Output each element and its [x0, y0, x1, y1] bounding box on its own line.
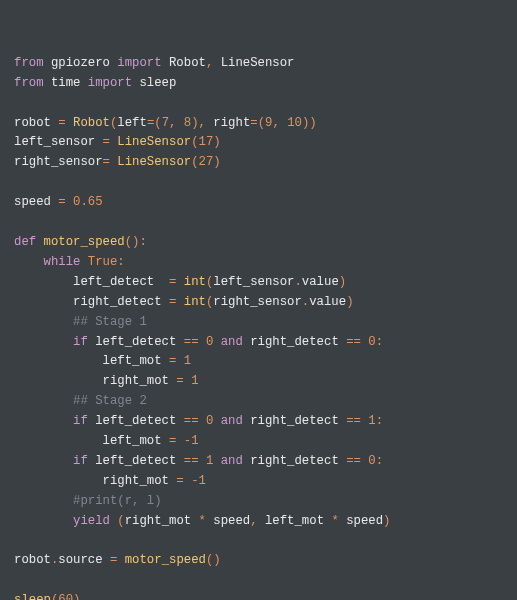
- code-line: if left_detect == 1 and right_detect == …: [14, 452, 517, 472]
- code-token: #print(r, l): [73, 494, 162, 508]
- code-token: right_detect: [243, 454, 346, 468]
- code-token: [14, 514, 73, 528]
- code-token: [213, 414, 220, 428]
- code-token: right_mot: [14, 474, 176, 488]
- code-line: sleep(60): [14, 591, 517, 600]
- code-token: [117, 553, 124, 567]
- code-line: from gpiozero import Robot, LineSensor: [14, 54, 517, 74]
- code-line: [14, 571, 517, 591]
- code-token: [14, 414, 73, 428]
- code-token: [14, 315, 73, 329]
- code-token: [66, 195, 73, 209]
- code-token: right_sensor: [213, 295, 302, 309]
- code-line: speed = 0.65: [14, 193, 517, 213]
- code-line: if left_detect == 0 and right_detect == …: [14, 333, 517, 353]
- code-token: source: [58, 553, 110, 567]
- code-token: [14, 454, 73, 468]
- code-token: int: [184, 295, 206, 309]
- code-token: if: [73, 335, 88, 349]
- code-line: robot.source = motor_speed(): [14, 551, 517, 571]
- code-token: ),: [191, 116, 206, 130]
- code-token: ## Stage 2: [73, 394, 147, 408]
- code-token: LineSensor: [117, 135, 191, 149]
- code-token: right_mot: [125, 514, 199, 528]
- code-token: Robot: [162, 56, 206, 70]
- code-line: [14, 532, 517, 552]
- code-token: and: [221, 454, 243, 468]
- code-line: #print(r, l): [14, 492, 517, 512]
- code-token: 10: [287, 116, 302, 130]
- code-line: right_sensor= LineSensor(27): [14, 153, 517, 173]
- code-token: ==: [184, 335, 199, 349]
- code-token: ==: [346, 454, 361, 468]
- code-line: right_mot = -1: [14, 472, 517, 492]
- code-token: )): [302, 116, 317, 130]
- code-token: ():: [125, 235, 147, 249]
- code-token: [36, 235, 43, 249]
- code-token: value: [309, 295, 346, 309]
- code-token: [80, 255, 87, 269]
- code-token: right_sensor: [14, 155, 103, 169]
- code-token: ==: [184, 454, 199, 468]
- code-token: left_detect: [14, 275, 169, 289]
- code-token: 27: [199, 155, 214, 169]
- code-token: speed: [206, 514, 250, 528]
- code-token: [199, 414, 206, 428]
- code-line: while True:: [14, 253, 517, 273]
- code-token: =: [103, 135, 110, 149]
- code-token: [199, 335, 206, 349]
- code-token: ): [213, 135, 220, 149]
- code-token: 60: [58, 593, 73, 600]
- code-token: [66, 116, 73, 130]
- code-token: =(: [250, 116, 265, 130]
- code-token: =: [58, 195, 65, 209]
- code-token: .: [294, 275, 301, 289]
- code-token: left_detect: [88, 414, 184, 428]
- code-token: [176, 116, 183, 130]
- code-token: ): [339, 275, 346, 289]
- code-token: def: [14, 235, 36, 249]
- code-token: LineSensor: [213, 56, 294, 70]
- code-token: yield: [73, 514, 110, 528]
- code-token: right_detect: [14, 295, 169, 309]
- code-token: right_detect: [243, 414, 346, 428]
- code-line: [14, 173, 517, 193]
- code-token: motor_speed: [44, 235, 125, 249]
- code-token: sleep: [132, 76, 176, 90]
- code-token: left_mot: [14, 434, 169, 448]
- code-token: Robot: [73, 116, 110, 130]
- code-line: robot = Robot(left=(7, 8), right=(9, 10)…: [14, 114, 517, 134]
- code-line: from time import sleep: [14, 74, 517, 94]
- code-token: [199, 454, 206, 468]
- code-token: left_sensor: [213, 275, 294, 289]
- code-token: [14, 394, 73, 408]
- code-token: (): [206, 553, 221, 567]
- code-token: from: [14, 76, 44, 90]
- code-token: 1: [368, 414, 375, 428]
- code-token: speed: [339, 514, 383, 528]
- code-token: right: [206, 116, 250, 130]
- code-line: [14, 94, 517, 114]
- code-line: ## Stage 2: [14, 392, 517, 412]
- code-token: (: [191, 135, 198, 149]
- code-token: and: [221, 414, 243, 428]
- code-token: 1: [199, 474, 206, 488]
- code-token: [14, 494, 73, 508]
- code-line: left_detect = int(left_sensor.value): [14, 273, 517, 293]
- code-token: 7: [162, 116, 169, 130]
- code-token: :: [376, 414, 383, 428]
- code-token: robot: [14, 116, 58, 130]
- code-token: 0.65: [73, 195, 103, 209]
- code-token: [14, 255, 44, 269]
- code-line: left_sensor = LineSensor(17): [14, 133, 517, 153]
- code-token: 1: [191, 434, 198, 448]
- code-line: right_mot = 1: [14, 372, 517, 392]
- code-token: ): [346, 295, 353, 309]
- code-token: =: [176, 474, 183, 488]
- code-token: =: [58, 116, 65, 130]
- code-token: int: [184, 275, 206, 289]
- code-token: ==: [346, 335, 361, 349]
- code-token: left_mot: [258, 514, 332, 528]
- code-token: (: [191, 155, 198, 169]
- code-token: ## Stage 1: [73, 315, 147, 329]
